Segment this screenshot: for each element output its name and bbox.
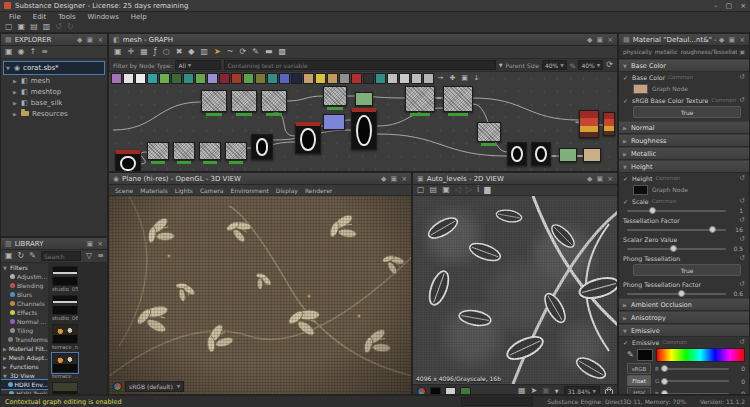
hue-bar[interactable]: [656, 348, 745, 362]
graph-node-green-19[interactable]: [559, 148, 577, 162]
eyedropper-icon[interactable]: ✎: [627, 350, 634, 359]
graph-node-green-4[interactable]: [355, 92, 373, 106]
parent-height-select[interactable]: 40%▼: [578, 60, 603, 70]
node-shortcut-icon-8[interactable]: [207, 73, 218, 84]
white-point-swatch[interactable]: [445, 387, 456, 396]
view3d-menu-environment[interactable]: Environment: [230, 187, 268, 194]
close-icon[interactable]: ×: [401, 175, 407, 183]
pin-icon[interactable]: ◆: [719, 36, 724, 44]
library-item-blending[interactable]: Blending: [1, 281, 48, 290]
node-shortcut-icon-3[interactable]: [147, 73, 158, 84]
fit-icon[interactable]: ▬: [265, 48, 273, 56]
tiling-icon[interactable]: ▦: [518, 387, 526, 395]
library-item-mesh-adapt[interactable]: ▶Mesh Adapt...: [1, 353, 48, 362]
view3d-menu-scene[interactable]: Scene: [115, 187, 133, 194]
emissive-color-swatch[interactable]: [637, 349, 653, 361]
view3d-menu-camera[interactable]: Camera: [200, 187, 224, 194]
reset-icon[interactable]: ↺: [739, 216, 745, 224]
section-anisotropy[interactable]: ▶Anisotropy: [619, 311, 749, 324]
pin-icon[interactable]: ◆: [587, 36, 592, 44]
close-button[interactable]: ×: [740, 2, 746, 10]
close-icon[interactable]: ×: [607, 175, 613, 183]
node-shortcut-icon-24[interactable]: [399, 73, 410, 84]
node-shortcut-icon-30[interactable]: ↓: [471, 73, 482, 84]
reset-icon[interactable]: ↺: [739, 197, 745, 205]
transform-icon[interactable]: ➤: [531, 387, 538, 395]
node-shortcut-icon-12[interactable]: [255, 73, 266, 84]
reset-icon[interactable]: ↺: [739, 235, 745, 243]
save-icon[interactable]: ▣: [5, 48, 13, 56]
library-item-functions[interactable]: ▶Functions: [1, 362, 48, 371]
section-emissive[interactable]: ▼Emissive: [619, 324, 749, 337]
clone-package-icon[interactable]: ▣: [18, 23, 26, 31]
node-shortcut-icon-5[interactable]: [171, 73, 182, 84]
float-icon[interactable]: ▣: [391, 175, 398, 183]
graph-node-dark-18[interactable]: [531, 142, 551, 166]
menu-file[interactable]: File: [4, 13, 26, 21]
view3d-menu-display[interactable]: Display: [276, 187, 298, 194]
library-item-effects[interactable]: Effects: [1, 308, 48, 317]
scale-slider[interactable]: [627, 210, 726, 212]
phong-factor-slider[interactable]: [627, 293, 726, 295]
graph-node-tex-6[interactable]: [443, 86, 473, 112]
hdri-thumbnail-studio-05[interactable]: studio_05: [52, 266, 78, 292]
reset-icon[interactable]: ↺: [739, 73, 745, 81]
phong-tessellation-toggle[interactable]: True: [633, 264, 741, 276]
reset-icon[interactable]: ↺: [739, 96, 745, 104]
graph-node-tex-5[interactable]: [405, 86, 435, 112]
reset-icon[interactable]: ↺: [739, 254, 745, 262]
explorer-item-resources[interactable]: ▶Resources: [1, 108, 107, 119]
mode-float-button[interactable]: Float: [627, 375, 651, 386]
checkbox-checked[interactable]: ✓: [623, 198, 629, 205]
pan-icon[interactable]: ✛: [128, 48, 135, 56]
section-normal[interactable]: ▶Normal: [619, 121, 749, 134]
graph-node-redout-21[interactable]: [579, 110, 599, 138]
rotate-icon[interactable]: ⟳: [239, 48, 246, 56]
view3d-menu-lights[interactable]: Lights: [175, 187, 193, 194]
float-icon[interactable]: ▣: [729, 36, 736, 44]
search-icon[interactable]: ○: [163, 48, 170, 56]
red-channel-slider[interactable]: [663, 368, 729, 370]
view3d-menu-materials[interactable]: Materials: [140, 187, 168, 194]
float-icon[interactable]: ▣: [87, 240, 94, 248]
library-item-filters[interactable]: ▼Filters: [1, 263, 48, 272]
node-shortcut-icon-0[interactable]: [111, 73, 122, 84]
caret-right-icon[interactable]: ▶: [13, 78, 18, 84]
menu-tools[interactable]: Tools: [53, 13, 80, 21]
histogram-icon[interactable]: ▆: [484, 186, 490, 194]
list-view-icon[interactable]: ≡: [41, 48, 48, 56]
function-icon[interactable]: ƒ: [154, 48, 157, 56]
float-icon[interactable]: ▣: [597, 175, 604, 183]
node-shortcut-icon-11[interactable]: [243, 73, 254, 84]
parent-width-select[interactable]: 40%▼: [542, 60, 567, 70]
edit-icon[interactable]: ✎: [252, 48, 259, 56]
colorspace-badge[interactable]: [460, 387, 471, 396]
refresh-icon[interactable]: ↻: [18, 252, 25, 260]
node-shortcut-icon-17[interactable]: [315, 73, 326, 84]
graph-node-tex-14[interactable]: [199, 142, 221, 160]
menu-help[interactable]: Help: [126, 13, 152, 21]
green-channel-slider[interactable]: [663, 380, 729, 382]
checkbox-checked[interactable]: ✓: [623, 175, 629, 182]
copy-image-icon[interactable]: ▣: [442, 186, 450, 194]
share-icon[interactable]: ◆: [188, 48, 194, 56]
view2d-canvas[interactable]: 4096 x 4096/Grayscale, 16b: [413, 196, 617, 384]
pin-icon[interactable]: ◆: [587, 175, 592, 183]
pin-icon[interactable]: ◆: [77, 36, 82, 44]
reset-icon[interactable]: ↺: [739, 338, 745, 346]
graph-node-tex-15[interactable]: [225, 142, 247, 160]
filter-funnel-icon[interactable]: ▽: [86, 252, 92, 260]
node-shortcut-icon-6[interactable]: [183, 73, 194, 84]
link-creation-icon[interactable]: ➤: [214, 48, 221, 56]
close-icon[interactable]: ×: [97, 36, 103, 44]
edit-icon[interactable]: ✎: [29, 252, 36, 260]
node-shortcut-icon-13[interactable]: [267, 73, 278, 84]
node-shortcut-icon-21[interactable]: [363, 73, 374, 84]
menu-windows[interactable]: Windows: [83, 13, 124, 21]
node-shortcut-icon-16[interactable]: [303, 73, 314, 84]
height-swatch[interactable]: [633, 185, 648, 195]
caret-right-icon[interactable]: ▶: [13, 111, 18, 117]
new-package-icon[interactable]: ▢: [5, 23, 13, 31]
view3d-canvas[interactable]: sRGB (default)▼: [109, 196, 411, 395]
graph-node-blue-9[interactable]: [323, 114, 345, 130]
